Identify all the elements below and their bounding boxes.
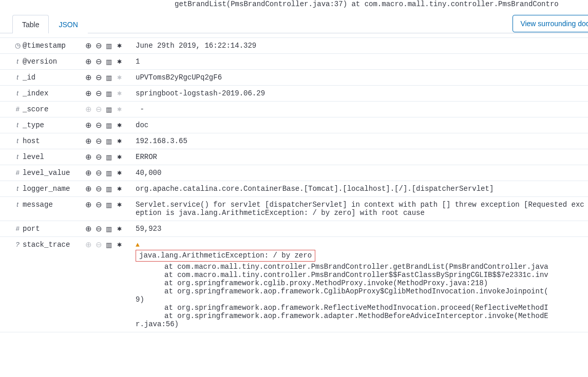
exists-filter-icon[interactable] (115, 169, 123, 177)
field-name: _index (23, 89, 84, 97)
filter-out-icon[interactable] (94, 241, 103, 249)
filter-for-icon[interactable] (84, 57, 92, 66)
exists-filter-icon[interactable] (115, 185, 123, 193)
toggle-column-icon[interactable] (105, 241, 113, 249)
toggle-column-icon[interactable] (105, 73, 113, 82)
field-type: t (12, 73, 23, 81)
field-value: June 29th 2019, 16:22:14.329 (131, 42, 588, 50)
table-row: t_typedoc (0, 117, 588, 133)
field-type-date-icon (12, 42, 23, 49)
filter-out-icon[interactable] (94, 201, 103, 209)
filter-out-icon[interactable] (94, 73, 103, 82)
tabs-bar: Table JSON View surrounding docume (0, 14, 588, 33)
tab-json[interactable]: JSON (49, 15, 87, 33)
exists-filter-icon[interactable] (115, 201, 123, 209)
exists-filter-icon[interactable] (115, 89, 123, 97)
field-type: t (12, 201, 23, 208)
filter-for-icon[interactable] (84, 241, 92, 249)
filter-out-icon[interactable] (94, 169, 103, 177)
exists-filter-icon[interactable] (115, 153, 123, 161)
table-row: t@version1 (0, 54, 588, 70)
toggle-column-icon[interactable] (105, 169, 113, 177)
exists-filter-icon[interactable] (115, 105, 123, 113)
stack-line: at com.macro.mall.tiny.controller.PmsBra… (136, 271, 588, 279)
exists-filter-icon[interactable] (115, 225, 123, 233)
filter-out-icon[interactable] (94, 225, 103, 233)
exists-filter-icon[interactable] (115, 73, 123, 82)
field-name: _id (23, 73, 84, 82)
filter-out-icon[interactable] (94, 121, 103, 129)
field-actions (84, 73, 131, 82)
table-row: t_iduPVTomsB2yRgcUPq2gF6 (0, 70, 588, 86)
field-type: t (12, 57, 23, 65)
toggle-column-icon[interactable] (105, 201, 113, 209)
field-value: ERROR (131, 153, 588, 161)
filter-for-icon[interactable] (84, 225, 92, 233)
exists-filter-icon[interactable] (115, 121, 123, 129)
toggle-column-icon[interactable] (105, 153, 113, 161)
field-type: t (12, 137, 23, 145)
table-row: #level_value40,000 (0, 165, 588, 181)
exists-filter-icon[interactable] (115, 42, 123, 50)
filter-for-icon[interactable] (84, 42, 92, 50)
filter-out-icon[interactable] (94, 137, 103, 145)
toggle-column-icon[interactable] (105, 121, 113, 129)
field-type: t (12, 89, 23, 97)
exists-filter-icon[interactable] (115, 137, 123, 145)
filter-out-icon[interactable] (94, 105, 103, 113)
filter-for-icon[interactable] (84, 201, 92, 209)
toggle-column-icon[interactable] (105, 185, 113, 193)
toggle-column-icon[interactable] (105, 57, 113, 66)
table-row: tlevelERROR (0, 149, 588, 165)
field-value: 1 (131, 57, 588, 66)
tab-table[interactable]: Table (12, 15, 49, 33)
filter-out-icon[interactable] (94, 42, 103, 50)
field-actions (84, 153, 131, 161)
field-actions (84, 185, 131, 193)
field-value: doc (131, 121, 588, 129)
filter-out-icon[interactable] (94, 89, 103, 97)
field-type: ? (12, 241, 23, 248)
field-actions (84, 121, 131, 129)
toggle-column-icon[interactable] (105, 42, 113, 50)
table-row: #_score - (0, 102, 588, 117)
filter-for-icon[interactable] (84, 169, 92, 177)
field-value: - (131, 105, 588, 113)
field-actions (84, 201, 131, 209)
filter-out-icon[interactable] (94, 185, 103, 193)
filter-for-icon[interactable] (84, 137, 92, 145)
top-truncated-text: getBrandList(PmsBrandController.java:37)… (0, 0, 588, 14)
field-name: logger_name (23, 185, 84, 193)
exists-filter-icon[interactable] (115, 57, 123, 66)
exists-filter-icon[interactable] (115, 241, 123, 249)
filter-out-icon[interactable] (94, 57, 103, 66)
filter-for-icon[interactable] (84, 185, 92, 193)
stack-line: 9) (136, 295, 588, 304)
field-name: level_value (23, 169, 84, 177)
field-rows: @timestampJune 29th 2019, 16:22:14.329t@… (0, 37, 588, 332)
toggle-column-icon[interactable] (105, 225, 113, 233)
field-type: t (12, 121, 23, 129)
view-surrounding-button[interactable]: View surrounding docume (513, 15, 588, 32)
table-row: #port59,923 (0, 221, 588, 237)
toggle-column-icon[interactable] (105, 89, 113, 97)
filter-for-icon[interactable] (84, 153, 92, 161)
field-type: # (12, 169, 23, 176)
toggle-column-icon[interactable] (105, 105, 113, 113)
filter-for-icon[interactable] (84, 105, 92, 113)
field-actions (84, 57, 131, 66)
filter-out-icon[interactable] (94, 153, 103, 161)
field-actions (84, 42, 131, 50)
field-name: @version (23, 57, 84, 66)
field-value: java.lang.ArithmeticException: / by zero… (131, 241, 588, 328)
table-row: t_indexspringboot-logstash-2019.06.29 (0, 86, 588, 102)
filter-for-icon[interactable] (84, 121, 92, 129)
field-name: stack_trace (23, 241, 84, 249)
field-actions (84, 241, 131, 249)
table-row: tmessageServlet.service() for servlet [d… (0, 197, 588, 221)
table-row: ?stack_tracejava.lang.ArithmeticExceptio… (0, 237, 588, 332)
filter-for-icon[interactable] (84, 89, 92, 97)
filter-for-icon[interactable] (84, 73, 92, 82)
stack-line: r.java:56) (136, 320, 588, 328)
toggle-column-icon[interactable] (105, 137, 113, 145)
